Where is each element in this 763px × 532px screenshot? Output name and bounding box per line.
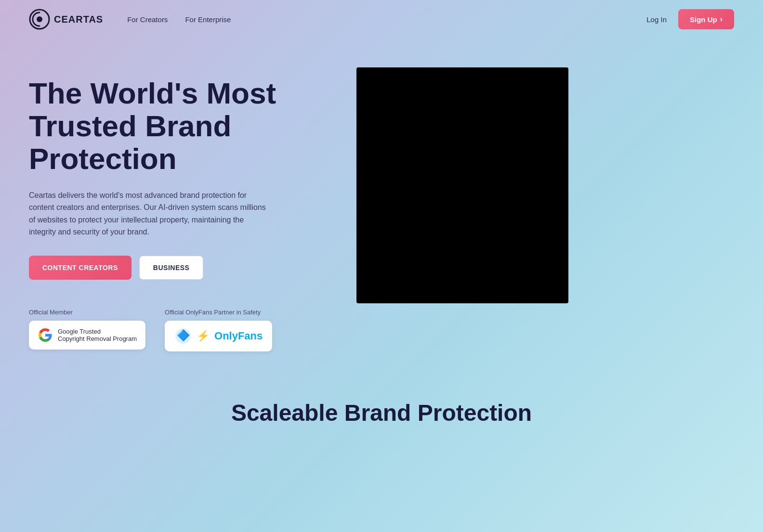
onlyfans-text: OnlyFans bbox=[214, 330, 263, 342]
google-trust-line2: Copyright Removal Program bbox=[58, 335, 137, 342]
nav-for-creators[interactable]: For Creators bbox=[127, 15, 168, 24]
video-player[interactable] bbox=[356, 67, 568, 303]
google-trust-label: Official Member bbox=[29, 309, 145, 316]
onlyfans-icon: 🔷 bbox=[174, 327, 192, 345]
hero-right bbox=[356, 67, 568, 303]
onlyfans-icon-symbol: ⚡ bbox=[197, 330, 210, 342]
nav-for-enterprise[interactable]: For Enterprise bbox=[185, 15, 231, 24]
nav-links: For Creators For Enterprise bbox=[127, 15, 646, 24]
logo-text: CEARTAS bbox=[54, 14, 103, 25]
navbar: CEARTAS For Creators For Enterprise Log … bbox=[0, 0, 763, 39]
nav-right: Log In Sign Up › bbox=[646, 9, 734, 29]
onlyfans-trust-item: Official OnlyFans Partner in Safety 🔷 ⚡ … bbox=[165, 309, 272, 351]
google-badge-text: Google Trusted Copyright Removal Program bbox=[58, 328, 137, 342]
onlyfans-badge: 🔷 ⚡ OnlyFans bbox=[165, 321, 272, 351]
svg-text:🔷: 🔷 bbox=[177, 329, 190, 342]
business-button[interactable]: BUSINESS bbox=[139, 256, 204, 280]
scalable-section: Scaleable Brand Protection bbox=[0, 371, 763, 445]
google-g-icon bbox=[38, 327, 53, 343]
trust-section: Official Member Google Trusted Copyright… bbox=[29, 309, 337, 351]
google-trust-badge: Google Trusted Copyright Removal Program bbox=[29, 321, 145, 350]
hero-section: The World's Most Trusted Brand Protectio… bbox=[0, 39, 763, 371]
hero-left: The World's Most Trusted Brand Protectio… bbox=[29, 67, 337, 351]
google-trust-line1: Google Trusted bbox=[58, 328, 137, 335]
content-creators-button[interactable]: CONTENT CREATORS bbox=[29, 256, 132, 280]
onlyfans-trust-label: Official OnlyFans Partner in Safety bbox=[165, 309, 272, 316]
google-trust-item: Official Member Google Trusted Copyright… bbox=[29, 309, 145, 350]
svg-point-1 bbox=[37, 16, 42, 22]
ceartas-logo-icon bbox=[29, 9, 50, 30]
hero-title: The World's Most Trusted Brand Protectio… bbox=[29, 77, 337, 176]
hero-buttons: CONTENT CREATORS BUSINESS bbox=[29, 256, 337, 280]
login-button[interactable]: Log In bbox=[646, 15, 667, 24]
scalable-title: Scaleable Brand Protection bbox=[29, 400, 734, 426]
hero-description: Ceartas delivers the world's most advanc… bbox=[29, 189, 270, 238]
logo[interactable]: CEARTAS bbox=[29, 9, 103, 30]
signup-arrow-icon: › bbox=[720, 15, 723, 24]
signup-button[interactable]: Sign Up › bbox=[678, 9, 734, 29]
